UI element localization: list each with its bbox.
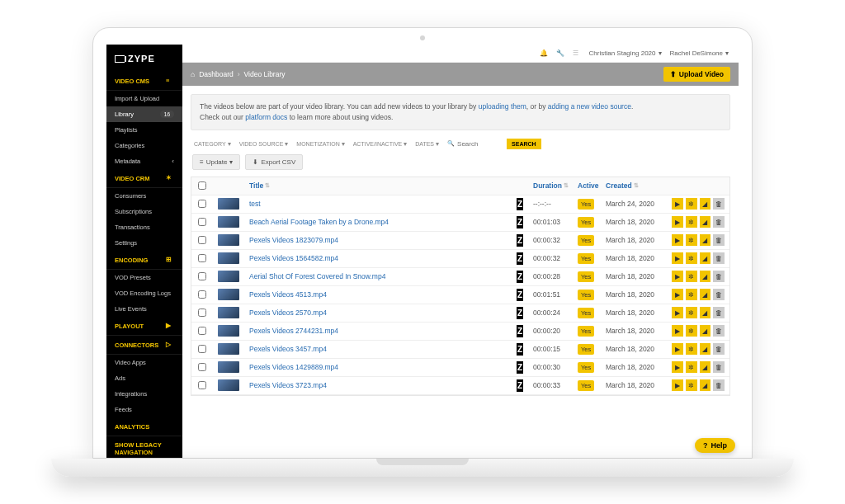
row-checkbox[interactable] <box>198 200 206 208</box>
settings-button[interactable]: ✲ <box>686 216 697 228</box>
analytics-button[interactable]: ◢ <box>700 379 711 391</box>
sidebar-item-transactions[interactable]: Transactions <box>106 219 182 235</box>
col-duration[interactable]: Duration⇅ <box>528 181 573 190</box>
video-thumbnail[interactable] <box>218 216 239 228</box>
video-title-link[interactable]: Beach Aerial Footage Taken by a Drone.mp… <box>244 218 512 226</box>
export-csv-button[interactable]: ⬇Export CSV <box>245 154 303 170</box>
account-menu[interactable]: Christian Staging 2020▾ <box>589 49 662 57</box>
filter-dates[interactable]: DATES▾ <box>415 140 439 148</box>
user-menu[interactable]: Rachel DeSimone▾ <box>670 49 729 57</box>
delete-button[interactable]: 🗑 <box>713 234 725 246</box>
settings-button[interactable]: ✲ <box>686 198 697 210</box>
video-thumbnail[interactable] <box>218 234 239 246</box>
video-thumbnail[interactable] <box>218 271 239 282</box>
settings-button[interactable]: ✲ <box>686 271 697 282</box>
delete-button[interactable]: 🗑 <box>713 343 725 355</box>
sidebar-section-show-legacy-navigation[interactable]: SHOW LEGACY NAVIGATION <box>106 436 182 458</box>
video-title-link[interactable]: Pexels Videos 3723.mp4 <box>244 381 512 389</box>
sidebar-item-vod-presets[interactable]: VOD Presets <box>106 270 182 285</box>
settings-button[interactable]: ✲ <box>686 234 697 246</box>
video-title-link[interactable]: Pexels Videos 4513.mp4 <box>244 290 512 299</box>
play-button[interactable]: ▶ <box>672 216 683 228</box>
row-checkbox[interactable] <box>198 363 206 371</box>
sidebar-item-playlists[interactable]: Playlists <box>106 122 182 138</box>
sidebar-item-library[interactable]: Library16 <box>106 106 182 122</box>
play-button[interactable]: ▶ <box>672 198 683 210</box>
video-thumbnail[interactable] <box>218 307 239 318</box>
play-button[interactable]: ▶ <box>672 234 683 246</box>
analytics-button[interactable]: ◢ <box>700 361 711 373</box>
settings-button[interactable]: ✲ <box>686 379 697 391</box>
delete-button[interactable]: 🗑 <box>713 325 725 337</box>
analytics-button[interactable]: ◢ <box>700 325 711 337</box>
delete-button[interactable]: 🗑 <box>713 289 725 300</box>
search-input[interactable] <box>457 140 498 148</box>
play-button[interactable]: ▶ <box>672 289 683 300</box>
video-title-link[interactable]: Pexels Videos 2570.mp4 <box>244 309 512 317</box>
analytics-button[interactable]: ◢ <box>700 216 711 228</box>
sidebar-item-video-apps[interactable]: Video Apps <box>106 355 182 370</box>
sidebar-section-video-crm[interactable]: VIDEO CRM✶ <box>106 169 182 188</box>
sidebar-section-analytics[interactable]: ANALYTICS <box>106 417 182 436</box>
analytics-button[interactable]: ◢ <box>700 234 711 246</box>
row-checkbox[interactable] <box>198 290 206 299</box>
video-thumbnail[interactable] <box>218 343 239 355</box>
help-button[interactable]: ? Help <box>695 438 735 453</box>
settings-button[interactable]: ✲ <box>686 289 697 300</box>
sidebar-item-ads[interactable]: Ads <box>106 370 182 386</box>
video-thumbnail[interactable] <box>218 379 239 391</box>
col-created[interactable]: Created⇅ <box>601 181 667 190</box>
row-checkbox[interactable] <box>198 309 206 317</box>
video-title-link[interactable]: Pexels Videos 3457.mp4 <box>244 345 512 353</box>
video-title-link[interactable]: Aerial Shot Of Forest Covered In Snow.mp… <box>244 272 512 280</box>
video-title-link[interactable]: Pexels Videos 1823079.mp4 <box>244 236 512 244</box>
col-title[interactable]: Title⇅ <box>244 181 512 190</box>
analytics-button[interactable]: ◢ <box>700 252 711 264</box>
sidebar-item-categories[interactable]: Categories <box>106 138 182 153</box>
uploading-link[interactable]: uploading them <box>479 102 526 111</box>
sidebar-item-integrations[interactable]: Integrations <box>106 386 182 402</box>
sidebar-item-subscriptions[interactable]: Subscriptions <box>106 204 182 219</box>
sidebar-item-metadata[interactable]: Metadata‹ <box>106 153 182 169</box>
settings-button[interactable]: ✲ <box>686 307 697 318</box>
play-button[interactable]: ▶ <box>672 325 683 337</box>
settings-button[interactable]: ✲ <box>686 325 697 337</box>
settings-button[interactable]: ✲ <box>686 361 697 373</box>
sidebar-item-live-events[interactable]: Live Events <box>106 301 182 317</box>
analytics-button[interactable]: ◢ <box>700 289 711 300</box>
video-thumbnail[interactable] <box>218 289 239 300</box>
row-checkbox[interactable] <box>198 327 206 335</box>
filter-monetization[interactable]: MONETIZATION▾ <box>296 140 344 148</box>
upload-video-button[interactable]: ⬆ Upload Video <box>663 67 730 82</box>
play-button[interactable]: ▶ <box>672 307 683 318</box>
delete-button[interactable]: 🗑 <box>713 379 725 391</box>
sidebar-section-playout[interactable]: PLAYOUT▶ <box>106 317 182 336</box>
sidebar-item-feeds[interactable]: Feeds <box>106 402 182 417</box>
delete-button[interactable]: 🗑 <box>713 198 725 210</box>
list-icon[interactable]: ☰ <box>573 49 581 58</box>
sidebar-item-import-upload[interactable]: Import & Upload <box>106 91 182 106</box>
wrench-icon[interactable]: 🔧 <box>556 49 564 58</box>
video-thumbnail[interactable] <box>218 252 239 264</box>
delete-button[interactable]: 🗑 <box>713 361 725 373</box>
delete-button[interactable]: 🗑 <box>713 271 725 282</box>
search-button[interactable]: SEARCH <box>507 139 541 149</box>
video-thumbnail[interactable] <box>218 198 239 210</box>
video-thumbnail[interactable] <box>218 325 239 337</box>
delete-button[interactable]: 🗑 <box>713 252 725 264</box>
row-checkbox[interactable] <box>198 345 206 353</box>
settings-button[interactable]: ✲ <box>686 252 697 264</box>
col-active[interactable]: Active <box>573 181 601 190</box>
row-checkbox[interactable] <box>198 218 206 226</box>
breadcrumb-dashboard[interactable]: Dashboard <box>199 70 234 78</box>
filter-video-source[interactable]: VIDEO SOURCE▾ <box>239 140 289 148</box>
analytics-button[interactable]: ◢ <box>700 198 711 210</box>
home-icon[interactable]: ⌂ <box>191 70 195 78</box>
select-all-checkbox[interactable] <box>198 181 206 190</box>
new-source-link[interactable]: adding a new video source <box>548 102 631 111</box>
play-button[interactable]: ▶ <box>672 343 683 355</box>
video-thumbnail[interactable] <box>218 361 239 373</box>
platform-docs-link[interactable]: platform docs <box>245 113 287 121</box>
play-button[interactable]: ▶ <box>672 361 683 373</box>
row-checkbox[interactable] <box>198 254 206 262</box>
